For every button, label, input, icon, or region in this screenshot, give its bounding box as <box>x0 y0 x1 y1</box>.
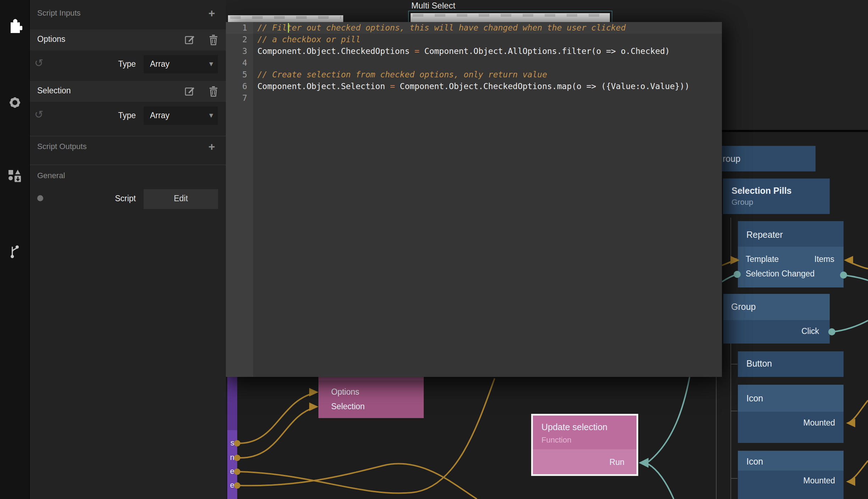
chevron-down-icon: ▾ <box>209 111 213 120</box>
arrowhead-icon1-mounted <box>846 419 855 427</box>
port-dot-script-1[interactable] <box>234 440 240 446</box>
code-comment: // Create selection from checked options… <box>257 70 547 79</box>
code-line-2[interactable]: 2// a checkbox or pill <box>226 34 722 45</box>
general-header: General <box>37 171 65 180</box>
delete-param-icon[interactable] <box>208 86 219 97</box>
delete-param-icon[interactable] <box>208 34 219 45</box>
line-number: 2 <box>226 34 247 45</box>
code-line-3[interactable]: 3Component.Object.CheckedOptions = Compo… <box>226 45 722 57</box>
code-line-5[interactable]: 5// Create selection from checked option… <box>226 69 722 81</box>
edit-param-icon[interactable] <box>184 86 196 97</box>
sidebar-icon-rail <box>0 0 30 499</box>
code-text: Component.Object.AllOptions.filter(o => … <box>424 46 670 56</box>
code-text: Component.Object.Selection <box>257 82 385 91</box>
port-dot-click[interactable] <box>828 328 835 335</box>
arrowhead-icon2-mounted <box>846 477 855 486</box>
param-type-row-options: ↺ Type Array ▾ <box>29 50 226 78</box>
divider <box>29 165 226 165</box>
code-text: Component.Object.CheckedOptions.map(o =>… <box>400 82 690 91</box>
line-number: 6 <box>226 81 247 92</box>
editor-cursor <box>288 23 289 33</box>
reset-value-icon[interactable]: ↺ <box>34 108 43 121</box>
arrowhead-items <box>844 256 853 264</box>
arrowhead-template <box>730 256 740 264</box>
port-dot-script-4[interactable] <box>234 482 240 489</box>
script-inputs-header: Script Inputs <box>37 9 80 18</box>
param-row-selection[interactable]: Selection <box>29 81 226 102</box>
param-type-row-selection: ↺ Type Array ▾ <box>29 102 226 130</box>
script-label: Script <box>93 194 136 203</box>
type-dropdown-options[interactable]: Array ▾ <box>144 55 218 73</box>
code-line-7[interactable]: 7 <box>226 92 722 104</box>
edit-script-button-label: Edit <box>144 194 218 203</box>
code-line-4[interactable]: 4 <box>226 57 722 69</box>
port-dot-selection-changed-left[interactable] <box>734 271 741 278</box>
add-script-output-button[interactable]: + <box>205 141 218 153</box>
reset-value-icon[interactable]: ↺ <box>34 57 43 69</box>
type-dropdown-value: Array <box>150 59 169 69</box>
param-name: Options <box>37 34 65 44</box>
code-operator: = <box>410 46 424 56</box>
type-dropdown-selection[interactable]: Array ▾ <box>144 106 218 125</box>
divider <box>29 136 226 136</box>
arrowhead-selection <box>309 402 318 411</box>
connection-dot-icon <box>37 195 43 201</box>
code-text: Component.Object.CheckedOptions <box>257 46 410 56</box>
arrowhead-run <box>639 458 649 468</box>
import-shapes-icon[interactable] <box>7 168 22 184</box>
code-comment: // Filter out checked options, this will… <box>257 23 626 32</box>
line-number: 1 <box>226 22 247 34</box>
add-script-input-button[interactable]: + <box>205 7 218 20</box>
script-outputs-header: Script Outputs <box>37 142 87 151</box>
code-editor[interactable]: 1// Filter out checked options, this wil… <box>226 22 722 377</box>
code-line-1[interactable]: 1// Filter out checked options, this wil… <box>226 22 722 34</box>
properties-panel: Script Inputs + Options ↺ Type Array ▾ S… <box>29 0 226 499</box>
line-number: 7 <box>226 92 247 104</box>
port-dot-selection-changed-right[interactable] <box>840 272 847 279</box>
edit-param-icon[interactable] <box>184 34 196 45</box>
port-dot-script-3[interactable] <box>234 468 240 475</box>
code-operator: = <box>385 82 400 91</box>
type-label: Type <box>93 59 136 69</box>
param-name: Selection <box>37 86 71 95</box>
script-row: Script Edit <box>29 187 226 210</box>
line-number: 5 <box>226 69 247 81</box>
type-dropdown-value: Array <box>150 111 169 120</box>
code-line-6[interactable]: 6Component.Object.Selection = Component.… <box>226 81 722 92</box>
settings-gear-icon[interactable] <box>7 95 22 111</box>
version-control-branch-icon[interactable] <box>7 243 22 259</box>
port-dot-script-2[interactable] <box>234 455 240 461</box>
arrowhead-options <box>309 388 318 396</box>
components-puzzle-icon[interactable] <box>7 18 22 33</box>
code-comment: // a checkbox or pill <box>257 35 361 44</box>
type-label: Type <box>93 111 136 120</box>
edit-script-button[interactable]: Edit <box>144 189 218 209</box>
line-number: 4 <box>226 57 247 69</box>
noodl-ide: { "colors": { "orange": "#A9812F", "teal… <box>0 0 868 499</box>
chevron-down-icon: ▾ <box>209 59 213 68</box>
param-row-options[interactable]: Options <box>29 29 226 50</box>
line-number: 3 <box>226 45 247 57</box>
